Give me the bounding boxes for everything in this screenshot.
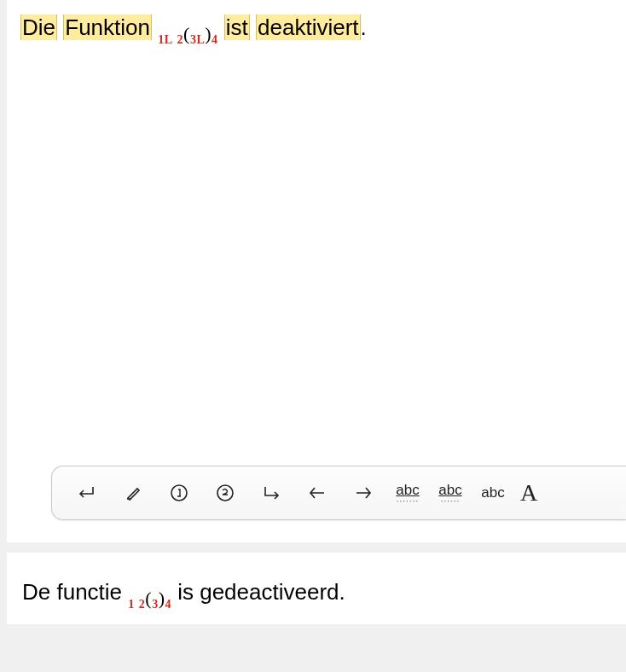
source-text-line[interactable]: Die Funktion 1L 2(3L)4 ist deaktiviert. [20, 12, 612, 43]
highlighted-word[interactable]: deaktiviert [256, 14, 361, 40]
paren-open: ( [183, 23, 190, 44]
abc-button-group: abc ······· abc ······ abc [386, 472, 514, 513]
target-text-line[interactable]: De functie 1 2(3)4 is gedeactiveerd. [22, 576, 612, 607]
abc-label: abc [481, 484, 504, 501]
return-icon[interactable] [64, 472, 110, 513]
formula-sub: 4 [212, 33, 218, 46]
editor-toolbar: abc ······· abc ······ abc A [51, 466, 626, 520]
formula-sub: 3 [152, 598, 159, 611]
paren-close: ) [205, 23, 212, 44]
arrow-right-icon[interactable] [340, 472, 386, 513]
circled-two-icon[interactable] [202, 472, 248, 513]
abc-underline-dotted-alt-button[interactable]: abc ······ [429, 472, 472, 513]
period: . [361, 14, 367, 40]
formula-token[interactable]: 1 2(3)4 [128, 586, 171, 612]
paren-open: ( [145, 588, 152, 609]
formula-sub: 1 [128, 598, 135, 611]
text-run: is gedeactiveerd. [171, 579, 345, 605]
translation-panel: De functie 1 2(3)4 is gedeactiveerd. [0, 553, 626, 624]
edit-icon[interactable] [110, 472, 156, 513]
dotted-underline-icon: ······ [441, 499, 461, 504]
text-run: De functie [22, 579, 128, 605]
word-text: Funktion [65, 14, 150, 40]
editor-panel: Die Funktion 1L 2(3L)4 ist deaktiviert. [0, 0, 626, 542]
highlighted-word[interactable]: Funktion [63, 14, 152, 40]
circled-one-icon[interactable] [156, 472, 202, 513]
arrow-left-icon[interactable] [294, 472, 340, 513]
formula-token[interactable]: 1L 2(3L)4 [158, 21, 217, 48]
formula-sub: 1L [158, 33, 172, 46]
abc-plain-button[interactable]: abc [472, 472, 514, 513]
line-break-icon[interactable] [248, 472, 294, 513]
formula-sub: 3L [190, 33, 205, 46]
formula-sub: 4 [165, 598, 171, 611]
word-text: ist [226, 14, 248, 40]
formula-sub: 2 [177, 33, 184, 46]
font-a-label: A [520, 479, 537, 507]
abc-label: abc [438, 483, 461, 497]
font-size-button[interactable]: A [514, 472, 543, 513]
abc-underline-dotted-button[interactable]: abc ······· [386, 472, 429, 513]
svg-point-1 [217, 485, 233, 501]
svg-point-0 [171, 485, 187, 501]
abc-label: abc [396, 483, 419, 497]
highlighted-word[interactable]: ist [224, 14, 250, 40]
highlighted-word[interactable]: Die [20, 14, 57, 40]
word-text: Die [22, 14, 55, 40]
word-text: deaktiviert [258, 14, 359, 40]
dotted-underline-icon: ······· [397, 499, 419, 504]
